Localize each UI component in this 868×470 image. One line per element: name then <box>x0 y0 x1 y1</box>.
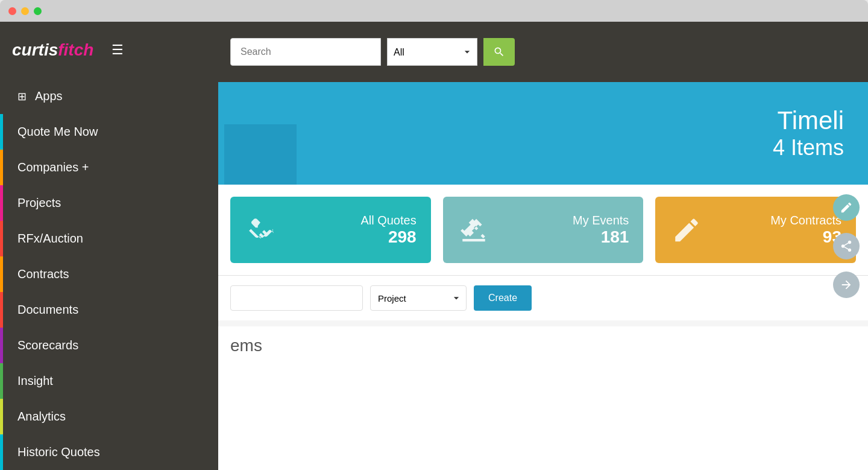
create-type-wrapper: Project Contract Quote Event <box>370 285 467 311</box>
sidebar: curtisfitch ☰ ⊞ Apps Quote Me Now Compan… <box>0 22 218 470</box>
stat-card-my-events-text: My Events 181 <box>573 214 629 247</box>
stat-card-all-quotes[interactable]: All Quotes 298 <box>230 197 431 263</box>
timeline-bar <box>224 124 297 185</box>
fab-edit-button[interactable] <box>833 194 860 221</box>
sidebar-item-companies[interactable]: Companies + <box>0 150 218 185</box>
search-input[interactable] <box>230 38 381 66</box>
sidebar-item-rfx-label: RFx/Auction <box>17 232 83 246</box>
sidebar-item-insight-label: Insight <box>17 374 53 388</box>
search-filter-select[interactable]: All Quotes Contracts Events Projects <box>387 38 477 66</box>
logo: curtisfitch <box>12 40 93 60</box>
auction-icon <box>458 214 491 247</box>
maximize-window-btn[interactable] <box>34 7 42 15</box>
nav-items: ⊞ Apps Quote Me Now Companies + Projects… <box>0 78 218 470</box>
main-content: All Quotes Contracts Events Projects <box>218 22 868 470</box>
stat-card-my-events-count: 181 <box>573 227 629 247</box>
stats-cards: All Quotes 298 <box>218 185 868 275</box>
sidebar-header: curtisfitch ☰ <box>0 22 218 78</box>
arrow-icon <box>840 278 853 291</box>
close-window-btn[interactable] <box>8 7 16 15</box>
sidebar-item-analytics-label: Analytics <box>17 410 66 424</box>
sidebar-item-quote-me-now-label: Quote Me Now <box>17 125 98 139</box>
stat-card-my-events-label: My Events <box>573 214 629 227</box>
items-label: ems <box>230 336 262 355</box>
create-section: Project Contract Quote Event Create <box>218 275 868 320</box>
contract-edit-icon <box>670 214 703 247</box>
sidebar-item-documents-label: Documents <box>17 303 78 317</box>
sidebar-item-insight[interactable]: Insight <box>0 363 218 399</box>
grid-icon: ⊞ <box>17 90 27 103</box>
edit-icon <box>840 201 853 214</box>
timeline-items-count: 4 Items <box>773 135 844 160</box>
stat-card-all-quotes-label: All Quotes <box>360 214 416 227</box>
create-type-select[interactable]: Project Contract Quote Event <box>370 285 467 311</box>
sidebar-item-documents[interactable]: Documents <box>0 292 218 328</box>
window-chrome <box>0 0 868 22</box>
stat-card-my-events[interactable]: My Events 181 <box>443 197 644 263</box>
stat-card-all-quotes-count: 298 <box>360 227 416 247</box>
timeline-banner: Timeli 4 Items <box>218 82 868 185</box>
sidebar-item-rfx[interactable]: RFx/Auction <box>0 221 218 256</box>
stat-card-my-contracts-text: My Contracts 93 <box>770 214 841 247</box>
sidebar-item-apps[interactable]: ⊞ Apps <box>0 78 218 114</box>
sidebar-item-contracts[interactable]: Contracts <box>0 256 218 292</box>
logo-curtis: curtis <box>12 40 58 60</box>
top-bar: All Quotes Contracts Events Projects <box>218 22 868 82</box>
sidebar-item-historic[interactable]: Historic Quotes <box>0 434 218 470</box>
sidebar-item-historic-label: Historic Quotes <box>17 445 100 459</box>
sidebar-item-companies-label: Companies + <box>17 160 89 174</box>
sidebar-item-scorecards-label: Scorecards <box>17 338 78 352</box>
right-floating-buttons <box>833 194 860 298</box>
logo-fitch: fitch <box>58 40 93 60</box>
search-icon <box>493 46 505 58</box>
fab-arrow-button[interactable] <box>833 272 860 298</box>
fab-share-button[interactable] <box>833 233 860 259</box>
stat-card-my-contracts[interactable]: My Contracts 93 <box>655 197 856 263</box>
dashboard: Timeli 4 Items <box>218 82 868 470</box>
items-section: ems <box>218 326 868 470</box>
sidebar-item-contracts-label: Contracts <box>17 267 69 281</box>
minimize-window-btn[interactable] <box>21 7 29 15</box>
sidebar-item-quote-me-now[interactable]: Quote Me Now <box>0 114 218 150</box>
sidebar-item-projects-label: Projects <box>17 196 61 210</box>
sidebar-item-apps-label: Apps <box>35 89 63 103</box>
handshake-icon <box>245 214 278 247</box>
timeline-label: Timeli <box>773 106 844 135</box>
sidebar-item-projects[interactable]: Projects <box>0 185 218 221</box>
stat-card-all-quotes-text: All Quotes 298 <box>360 214 416 247</box>
create-name-input[interactable] <box>230 285 363 311</box>
share-icon <box>840 240 853 253</box>
sidebar-item-scorecards[interactable]: Scorecards <box>0 328 218 363</box>
stat-card-my-contracts-label: My Contracts <box>770 214 841 227</box>
stat-card-my-contracts-count: 93 <box>770 227 841 247</box>
create-button[interactable]: Create <box>474 285 532 311</box>
hamburger-menu-icon[interactable]: ☰ <box>112 42 124 58</box>
search-button[interactable] <box>483 38 515 66</box>
sidebar-item-analytics[interactable]: Analytics <box>0 399 218 434</box>
timeline-text: Timeli 4 Items <box>773 106 844 160</box>
